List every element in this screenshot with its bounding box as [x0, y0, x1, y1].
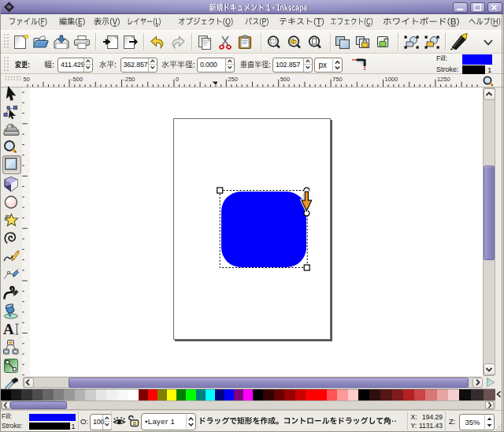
- svg-text:0: 0: [176, 76, 179, 83]
- svg-text:500: 500: [280, 76, 291, 83]
- svg-text:750: 750: [332, 76, 343, 83]
- svg-text:1000: 1000: [385, 76, 398, 83]
- svg-text:1250: 1250: [437, 76, 450, 83]
- svg-text:50: 50: [24, 76, 30, 83]
- svg-text:A: A: [3, 321, 14, 337]
- svg-text:250: 250: [228, 76, 238, 83]
- svg-text:-500: -500: [71, 76, 83, 83]
- svg-text:-250: -250: [124, 76, 135, 83]
